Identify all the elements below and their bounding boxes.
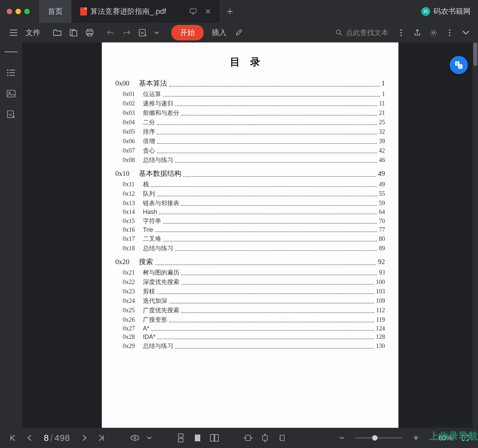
toc-chapter[interactable]: 0x10基本数据结构49 bbox=[115, 169, 385, 178]
kebab-menu-2-icon[interactable] bbox=[442, 25, 457, 40]
continuous-scroll-icon[interactable] bbox=[174, 431, 187, 445]
toc-chapter[interactable]: 0x20搜索92 bbox=[115, 257, 385, 266]
toc-page: 128 bbox=[376, 333, 385, 341]
toc-item[interactable]: 0x25广度优先搜索112 bbox=[123, 306, 385, 314]
redo-icon[interactable] bbox=[119, 25, 134, 40]
toc-page: 1 bbox=[382, 91, 385, 98]
toc-item[interactable]: 0x04二分25 bbox=[123, 118, 385, 126]
toc-dots bbox=[157, 134, 377, 134]
maximize-window-button[interactable] bbox=[24, 9, 30, 14]
toc-title: 基本数据结构 bbox=[139, 169, 181, 178]
undo-icon[interactable] bbox=[103, 25, 118, 40]
presentation-mode-icon[interactable] bbox=[190, 8, 197, 14]
settings-icon[interactable] bbox=[426, 25, 441, 40]
menu-file[interactable]: 文件 bbox=[22, 28, 44, 38]
svg-text:1: 1 bbox=[279, 436, 281, 440]
tab-document[interactable]: 算法竞赛进阶指南_.pdf bbox=[71, 0, 219, 23]
toc-page: 32 bbox=[379, 128, 385, 135]
toc-title: 基本算法 bbox=[139, 78, 167, 88]
brand[interactable]: 码 码农书籍网 bbox=[421, 6, 473, 17]
toc-item[interactable]: 0x12队列55 bbox=[123, 190, 385, 198]
zoom-slider[interactable] bbox=[355, 437, 402, 439]
toc-item[interactable]: 0x08总结与练习46 bbox=[123, 156, 385, 164]
page-indicator[interactable]: 8/498 bbox=[44, 433, 70, 443]
outline-icon[interactable] bbox=[5, 68, 18, 77]
svg-point-9 bbox=[400, 29, 402, 31]
next-page-icon[interactable] bbox=[78, 431, 91, 445]
convert-to-word-icon[interactable]: W bbox=[136, 25, 150, 40]
prev-page-icon[interactable] bbox=[23, 431, 36, 445]
single-page-icon[interactable] bbox=[191, 431, 204, 445]
new-tab-button[interactable] bbox=[219, 0, 240, 23]
toc-item[interactable]: 0x27A*124 bbox=[123, 325, 385, 332]
toc-item[interactable]: 0x28IDA*128 bbox=[123, 333, 385, 341]
collapse-ribbon-icon[interactable] bbox=[458, 30, 473, 35]
two-page-icon[interactable] bbox=[208, 431, 221, 445]
sidebar-toggle-icon[interactable] bbox=[5, 47, 18, 57]
toc-item[interactable]: 0x22深度优先搜索100 bbox=[123, 278, 385, 286]
toc-title: 广度优先搜索 bbox=[143, 306, 179, 314]
share-icon[interactable] bbox=[410, 25, 425, 40]
print-icon[interactable] bbox=[82, 25, 97, 40]
close-window-button[interactable] bbox=[7, 9, 12, 14]
document-viewport[interactable]: 目录 0x00基本算法10x01位运算10x02递推与递归110x03前缀和与差… bbox=[22, 42, 478, 428]
toc-dots bbox=[175, 105, 377, 106]
toc-dots bbox=[175, 250, 377, 251]
toc-item[interactable]: 0x24迭代加深109 bbox=[123, 297, 385, 305]
menu-insert[interactable]: 插入 bbox=[208, 28, 230, 38]
toc-item[interactable]: 0x06倍增39 bbox=[123, 137, 385, 145]
search-box[interactable]: 点此查找文本 bbox=[332, 28, 392, 37]
toc-page: 42 bbox=[379, 147, 385, 154]
zoom-in-icon[interactable] bbox=[409, 431, 423, 445]
pen-icon[interactable] bbox=[231, 25, 246, 40]
toc-title: 深度优先搜索 bbox=[143, 278, 179, 286]
toc-dots bbox=[157, 153, 377, 153]
toc-code: 0x01 bbox=[123, 91, 143, 98]
zoom-slider-thumb[interactable] bbox=[372, 435, 378, 441]
toc-item[interactable]: 0x11栈49 bbox=[123, 180, 385, 188]
export-word-icon[interactable]: W bbox=[5, 110, 18, 119]
toc-item[interactable]: 0x07贪心42 bbox=[123, 147, 385, 155]
toc-page: 77 bbox=[379, 226, 385, 233]
toc-code: 0x13 bbox=[123, 200, 143, 207]
menu-start-button[interactable]: 开始 bbox=[171, 25, 204, 40]
toc-item[interactable]: 0x14Hash64 bbox=[123, 209, 385, 216]
toc-item[interactable]: 0x29总结与练习130 bbox=[123, 342, 385, 350]
image-icon[interactable] bbox=[5, 89, 18, 98]
toc-item[interactable]: 0x15字符串70 bbox=[123, 217, 385, 225]
toc-item[interactable]: 0x18总结与练习89 bbox=[123, 244, 385, 252]
toc-dots bbox=[181, 205, 377, 206]
save-icon[interactable] bbox=[66, 25, 81, 40]
toc-item[interactable]: 0x13链表与邻接表59 bbox=[123, 199, 385, 207]
vertical-scrollbar[interactable] bbox=[473, 42, 478, 428]
first-page-icon[interactable] bbox=[6, 431, 20, 445]
actual-size-icon[interactable]: 1 bbox=[275, 431, 289, 445]
open-file-icon[interactable] bbox=[50, 25, 65, 40]
menu-icon[interactable] bbox=[6, 25, 21, 40]
toc-chapter[interactable]: 0x00基本算法1 bbox=[115, 78, 385, 88]
toc-item[interactable]: 0x17二叉堆80 bbox=[123, 235, 385, 243]
minimize-window-button[interactable] bbox=[16, 9, 21, 14]
reading-mode-icon[interactable] bbox=[128, 431, 142, 445]
translate-float-button[interactable]: 文A bbox=[450, 56, 468, 74]
toc-item[interactable]: 0x21树与图的遍历93 bbox=[123, 268, 385, 277]
toc-item[interactable]: 0x26广搜变形119 bbox=[123, 316, 385, 324]
kebab-menu-icon[interactable] bbox=[394, 25, 409, 40]
toc-code: 0x27 bbox=[123, 325, 143, 332]
toc-item[interactable]: 0x05排序32 bbox=[123, 128, 385, 136]
fit-page-icon[interactable] bbox=[258, 431, 272, 445]
last-page-icon[interactable] bbox=[94, 431, 108, 445]
fit-width-icon[interactable] bbox=[241, 431, 255, 445]
dropdown-icon[interactable] bbox=[152, 25, 162, 40]
tab-home[interactable]: 首页 bbox=[39, 0, 71, 23]
toc-item[interactable]: 0x03前缀和与差分21 bbox=[123, 109, 385, 117]
toc-item[interactable]: 0x16Trie77 bbox=[123, 226, 385, 233]
toc-item[interactable]: 0x02递推与递归11 bbox=[123, 99, 385, 107]
toc-item[interactable]: 0x01位运算1 bbox=[123, 90, 385, 98]
zoom-out-icon[interactable] bbox=[335, 431, 349, 445]
toc-item[interactable]: 0x23剪枝103 bbox=[123, 287, 385, 295]
dropdown-2-icon[interactable] bbox=[145, 431, 154, 445]
page-title: 目录 bbox=[115, 55, 385, 69]
close-tab-icon[interactable] bbox=[205, 9, 211, 14]
scrollbar-thumb[interactable] bbox=[473, 42, 477, 66]
